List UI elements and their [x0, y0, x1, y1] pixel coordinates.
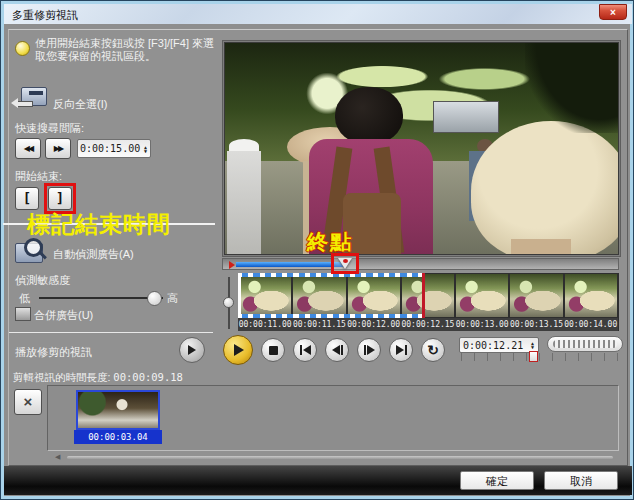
frame-thumbnail	[565, 274, 617, 317]
clip-thumbnail[interactable]	[76, 390, 160, 430]
hint-bulb-icon	[15, 41, 30, 56]
prev-frame-button[interactable]	[325, 338, 349, 362]
delete-clip-button[interactable]: ×	[14, 389, 42, 415]
jump-start-tri	[303, 345, 311, 355]
woman-hair	[335, 87, 403, 145]
arrow-shape	[17, 101, 33, 107]
divider	[9, 332, 213, 333]
mark-start-button[interactable]: [	[15, 187, 39, 210]
instruction-text: 使用開始結束按鈕或按 [F3]/[F4] 來選取您要保留的視訊區段。	[35, 37, 215, 63]
tray-scroll-left-button[interactable]: ◀	[55, 453, 60, 461]
arrow-shape-2	[29, 91, 43, 95]
search-backward-button[interactable]: ◀◀	[15, 138, 41, 159]
filmstrip-frame[interactable]: 00:00:11.15	[292, 273, 346, 331]
end-point-annotation: 終點	[307, 228, 353, 256]
timecode-value: 0:00:12.21	[463, 340, 523, 351]
next-frame-bar	[364, 345, 366, 355]
jump-start-button[interactable]	[293, 338, 317, 362]
sensitivity-low-label: 低	[19, 291, 30, 306]
search-forward-button[interactable]: ▶▶	[45, 138, 71, 159]
stop-button[interactable]	[261, 338, 285, 362]
frame-timestamp: 00:00:14.00	[564, 318, 618, 331]
hat-person-shoulder	[511, 239, 571, 254]
mark-end-button[interactable]: ]	[48, 187, 72, 210]
repeat-icon: ↻	[427, 342, 439, 358]
filmstrip-frame[interactable]: 00:00:12.00	[347, 273, 401, 331]
cancel-button[interactable]: 取消	[544, 471, 618, 490]
duration-label: 剪輯視訊的時間長度:	[13, 371, 110, 383]
spin-down-icon: ▼	[531, 345, 534, 349]
dialog-title: 多重修剪視訊	[12, 8, 78, 23]
merge-ads-icon	[15, 307, 31, 321]
jump-start-icon	[300, 345, 302, 355]
background-structure	[433, 101, 499, 133]
large-sun-hat	[471, 121, 618, 254]
repeat-button[interactable]: ↻	[421, 338, 445, 362]
sensitivity-high-label: 高	[167, 291, 178, 306]
multi-trim-dialog: 多重修剪視訊 × 使用開始結束按鈕或按 [F3]/[F4] 來選取您要保留的視訊…	[0, 0, 634, 500]
close-icon: ×	[610, 7, 616, 18]
frame-thumbnail	[293, 274, 345, 317]
scrubber-handle-dot	[343, 259, 348, 263]
scroll-left-icon: ◀	[55, 453, 60, 460]
mark-start-bracket: [	[23, 190, 31, 206]
sensitivity-slider-handle[interactable]	[147, 291, 162, 306]
interval-spinner[interactable]: ▲▼	[144, 145, 148, 153]
timecode-spinner[interactable]: ▲▼	[531, 341, 535, 349]
white-shirt-body	[227, 151, 261, 254]
timecode-field[interactable]: 0:00:12.21 ▲▼	[459, 337, 539, 353]
interval-value: 0:00:15.00	[80, 143, 140, 154]
play-icon	[234, 344, 244, 356]
play-button[interactable]	[223, 335, 253, 365]
auto-detect-icon	[15, 237, 49, 265]
clip-timestamp: 00:00:03.04	[74, 430, 162, 444]
invert-selection-button[interactable]: 反向全選(I)	[53, 97, 107, 112]
close-button[interactable]: ×	[599, 4, 627, 20]
zoom-slider-handle[interactable]	[223, 297, 234, 308]
auto-detect-ads-button[interactable]: 自動偵測廣告(A)	[53, 247, 134, 262]
progress-bar	[236, 262, 344, 267]
frame-thumbnail	[510, 274, 562, 317]
frame-timestamp: 00:00:12.15	[401, 318, 455, 331]
quick-search-label: 快速搜尋間隔:	[15, 121, 84, 136]
shuttle-ruler[interactable]	[461, 353, 623, 361]
jog-wheel-stripes	[553, 340, 617, 348]
x-icon: ×	[24, 393, 33, 410]
tray-scrollbar[interactable]	[67, 456, 613, 459]
filmstrip-frame[interactable]: 00:00:13.00	[455, 273, 509, 331]
start-end-label: 開始結束:	[15, 169, 62, 184]
frame-timestamp: 00:00:13.15	[509, 318, 563, 331]
filmstrip-frame[interactable]: 00:00:13.15	[509, 273, 563, 331]
foliage-overlay	[525, 43, 618, 133]
quick-search-interval-field[interactable]: 0:00:15.00 ▲▼	[77, 139, 151, 158]
jump-end-button[interactable]	[389, 338, 413, 362]
frame-thumbnail	[239, 274, 291, 317]
jump-end-icon	[396, 345, 404, 355]
scrubber-track[interactable]	[222, 258, 619, 270]
play-trimmed-button[interactable]	[179, 337, 205, 363]
jog-wheel[interactable]	[547, 336, 623, 352]
invert-selection-icon	[17, 87, 49, 115]
fast-forward-icon: ▶▶	[54, 144, 62, 153]
filmstrip-frame[interactable]: 00:00:14.00	[564, 273, 618, 331]
frame-timestamp: 00:00:11.00	[238, 318, 292, 331]
duration-value: 00:00:09.18	[113, 371, 183, 383]
shuttle-marker[interactable]	[529, 351, 538, 362]
prev-frame-bar	[341, 345, 343, 355]
frame-thumbnail	[456, 274, 508, 317]
filmstrip-frame[interactable]: 00:00:12.15	[401, 273, 455, 331]
frame-thumbnail	[402, 274, 454, 317]
next-frame-button[interactable]	[357, 338, 381, 362]
sensitivity-label: 偵測敏感度	[15, 273, 70, 288]
ok-button[interactable]: 確定	[460, 471, 534, 490]
spin-down-icon: ▼	[144, 149, 147, 153]
play-icon	[188, 345, 196, 355]
frame-thumbnail	[348, 274, 400, 317]
trim-start-marker[interactable]	[229, 261, 235, 269]
sensitivity-track[interactable]	[39, 297, 163, 299]
merge-ads-button[interactable]: 合併廣告(U)	[34, 308, 93, 323]
filmstrip-frame[interactable]: 00:00:11.00	[238, 273, 292, 331]
strip-zoom-slider[interactable]	[223, 275, 235, 331]
clip-tray: 00:00:03.04	[47, 385, 619, 451]
title-bar: 多重修剪視訊	[4, 4, 632, 24]
